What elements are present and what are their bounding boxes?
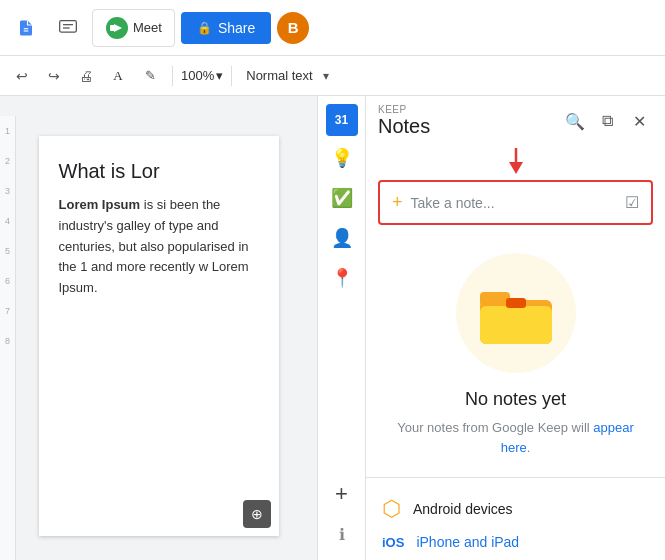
smart-chip-icon[interactable]: ⊕ xyxy=(243,500,271,528)
folder-illustration xyxy=(456,253,576,373)
android-device-item: ⬡ Android devices xyxy=(382,490,649,528)
keep-header-icons: 🔍 ⧉ ✕ xyxy=(561,107,653,135)
contacts-icon: 👤 xyxy=(331,227,353,249)
keep-title: Notes xyxy=(378,115,430,138)
share-button[interactable]: 🔒 Share xyxy=(181,12,271,44)
add-extension-button[interactable]: + xyxy=(324,476,360,512)
tasks-sidebar-button[interactable]: ✅ xyxy=(324,180,360,216)
no-notes-text-2: . xyxy=(527,440,531,455)
svg-rect-2 xyxy=(60,20,77,32)
main-toolbar: Meet 🔒 Share B xyxy=(0,0,665,56)
meet-button[interactable]: Meet xyxy=(92,9,175,47)
keep-title-area: KEEP Notes xyxy=(378,104,430,138)
toolbar-divider xyxy=(172,66,173,86)
svg-rect-7 xyxy=(110,25,115,31)
doc-body: Lorem Ipsum is si been the industry's ga… xyxy=(59,195,259,299)
redo-button[interactable]: ↪ xyxy=(40,62,68,90)
keep-header: KEEP Notes 🔍 ⧉ ✕ xyxy=(366,96,665,146)
document-page[interactable]: What is Lor Lorem Ipsum is si been the i… xyxy=(39,136,279,536)
folder-svg xyxy=(476,278,556,348)
calendar-sidebar-button[interactable]: 31 xyxy=(326,104,358,136)
meet-label: Meet xyxy=(133,20,162,35)
toolbar-left: Meet 🔒 Share B xyxy=(8,9,309,47)
keep-close-button[interactable]: ✕ xyxy=(625,107,653,135)
style-selector[interactable]: Normal text xyxy=(240,68,318,83)
avatar-initial: B xyxy=(288,19,299,36)
add-icon: + xyxy=(335,481,348,507)
main-area: 12345678 What is Lor Lorem Ipsum is si b… xyxy=(0,96,665,560)
keep-notes-panel: KEEP Notes 🔍 ⧉ ✕ xyxy=(365,96,665,560)
zoom-value: 100% xyxy=(181,68,214,83)
paint-format-button[interactable]: A xyxy=(104,62,132,90)
search-icon: 🔍 xyxy=(565,112,585,131)
docs-menu-button[interactable] xyxy=(8,10,44,46)
close-icon: ✕ xyxy=(633,112,646,131)
devices-section: ⬡ Android devices iOS iPhone and iPad xyxy=(366,477,665,560)
spell-check-button[interactable]: ✎ xyxy=(136,62,164,90)
page-content: What is Lor Lorem Ipsum is si been the i… xyxy=(59,160,259,299)
ios-icon: iOS xyxy=(382,535,404,550)
checklist-icon: ☑ xyxy=(625,193,639,212)
take-note-placeholder: Take a note... xyxy=(411,195,617,211)
ios-label: iPhone and iPad xyxy=(416,534,519,550)
keep-sidebar-button[interactable]: 💡 xyxy=(324,140,360,176)
secondary-toolbar: ↩ ↪ 🖨 A ✎ 100% ▾ Normal text ▾ xyxy=(0,56,665,96)
print-button[interactable]: 🖨 xyxy=(72,62,100,90)
take-note-input[interactable]: + Take a note... ☑ xyxy=(378,180,653,225)
calendar-icon: 31 xyxy=(335,113,348,127)
maps-icon: 📍 xyxy=(331,267,353,289)
contacts-sidebar-button[interactable]: 👤 xyxy=(324,220,360,256)
no-notes-area: No notes yet Your notes from Google Keep… xyxy=(366,233,665,477)
svg-rect-11 xyxy=(480,292,510,306)
maps-sidebar-button[interactable]: 📍 xyxy=(324,260,360,296)
docs-logo-icon xyxy=(17,19,35,37)
no-notes-title: No notes yet xyxy=(465,389,566,410)
zoom-chevron-icon: ▾ xyxy=(216,68,223,83)
keep-label: KEEP xyxy=(378,104,430,115)
sidebar-info-button[interactable]: ℹ xyxy=(324,516,360,552)
tasks-icon: ✅ xyxy=(331,187,353,209)
info-icon: ℹ xyxy=(339,525,345,544)
side-ruler: 12345678 xyxy=(0,116,16,560)
chat-icon xyxy=(58,18,78,38)
chat-button[interactable] xyxy=(50,10,86,46)
zoom-dropdown[interactable]: 100% ▾ xyxy=(181,68,223,83)
toolbar-divider-2 xyxy=(231,66,232,86)
open-external-icon: ⧉ xyxy=(602,112,613,130)
style-chevron-icon: ▾ xyxy=(323,69,329,83)
android-icon: ⬡ xyxy=(382,496,401,522)
android-label: Android devices xyxy=(413,501,513,517)
add-note-icon: + xyxy=(392,192,403,213)
down-arrow-icon xyxy=(506,148,526,176)
svg-rect-13 xyxy=(506,298,526,308)
meet-icon xyxy=(105,16,129,40)
keep-sidebar-icon: 💡 xyxy=(331,147,353,169)
undo-button[interactable]: ↩ xyxy=(8,62,36,90)
sidebar-icons: 31 💡 ✅ 👤 📍 + ℹ xyxy=(317,96,365,560)
ios-device-item: iOS iPhone and iPad xyxy=(382,528,649,556)
share-label: Share xyxy=(218,20,255,36)
svg-rect-12 xyxy=(480,306,552,344)
user-avatar-button[interactable]: B xyxy=(277,12,309,44)
keep-open-button[interactable]: ⧉ xyxy=(593,107,621,135)
red-arrow-indicator xyxy=(366,146,665,180)
no-notes-subtitle: Your notes from Google Keep will appear … xyxy=(382,418,649,457)
svg-marker-9 xyxy=(509,162,523,174)
lock-icon: 🔒 xyxy=(197,21,212,35)
doc-heading: What is Lor xyxy=(59,160,259,183)
no-notes-text-1: Your notes from Google Keep will xyxy=(397,420,589,435)
document-area[interactable]: 12345678 What is Lor Lorem Ipsum is si b… xyxy=(0,96,317,560)
keep-search-button[interactable]: 🔍 xyxy=(561,107,589,135)
doc-body-bold: Lorem Ipsum xyxy=(59,197,141,212)
